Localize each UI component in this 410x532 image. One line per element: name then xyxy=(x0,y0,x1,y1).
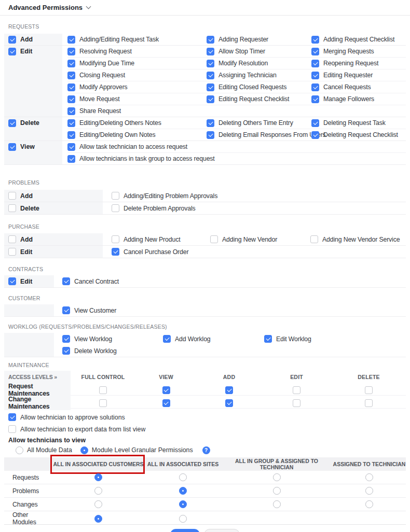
checkbox[interactable] xyxy=(67,107,75,115)
checkbox[interactable] xyxy=(67,48,75,55)
checkbox[interactable] xyxy=(207,119,214,127)
permission-item[interactable]: Editing/Deleting Own Notes xyxy=(67,129,207,141)
permission-item[interactable]: Merging Requests xyxy=(311,46,406,57)
permission-item[interactable]: Adding Requester xyxy=(207,34,311,45)
chevron-down-icon[interactable] xyxy=(86,4,91,9)
checkbox[interactable] xyxy=(311,36,319,44)
radio-button[interactable] xyxy=(179,473,187,481)
checkbox[interactable] xyxy=(62,335,70,343)
checkbox[interactable] xyxy=(67,143,75,151)
checkbox[interactable] xyxy=(8,248,16,256)
checkbox[interactable] xyxy=(311,60,319,67)
checkbox[interactable] xyxy=(311,48,319,55)
permission-item[interactable]: Delete Problem Approvals xyxy=(112,202,406,214)
permission-item[interactable]: Adding Request Checklist xyxy=(311,34,406,45)
checkbox[interactable] xyxy=(62,347,70,355)
checkbox[interactable] xyxy=(8,119,16,127)
permission-item[interactable]: Assigning Technician xyxy=(207,69,311,81)
checkbox[interactable] xyxy=(8,48,16,55)
permission-item[interactable]: Adding/Editing Request Task xyxy=(67,34,207,45)
permission-item[interactable]: Manage Followers xyxy=(311,93,406,105)
permission-item[interactable]: Move Request xyxy=(67,93,207,105)
radio-button[interactable] xyxy=(179,487,187,495)
checkbox[interactable] xyxy=(112,204,119,212)
checkbox[interactable] xyxy=(293,399,300,407)
permission-item[interactable]: Deleting Email Responses From Users xyxy=(207,129,311,141)
cancel-button[interactable]: Cancel xyxy=(204,529,240,532)
permission-item[interactable]: Cancel Requests xyxy=(311,81,406,93)
radio-module-level-granular[interactable]: Module Level Granular Permissions xyxy=(80,446,193,454)
permission-item[interactable]: Editing/Deleting Others Notes xyxy=(67,117,207,129)
radio-button[interactable] xyxy=(365,487,373,495)
checkbox[interactable] xyxy=(67,60,75,67)
permission-item[interactable]: Editing Request Checklist xyxy=(207,93,311,105)
radio-button[interactable] xyxy=(16,446,23,454)
radio-button[interactable] xyxy=(179,515,187,523)
checkbox[interactable] xyxy=(311,119,319,127)
checkbox[interactable] xyxy=(67,119,75,127)
permission-item[interactable]: Adding New Product xyxy=(112,233,210,245)
permission-item[interactable]: Deleting Others Time Entry xyxy=(207,117,311,129)
checkbox[interactable] xyxy=(8,204,16,212)
permission-item[interactable]: Cancel Purchase Order xyxy=(112,246,406,258)
checkbox[interactable] xyxy=(112,235,119,243)
permission-item[interactable]: Resolving Request xyxy=(67,46,207,57)
checkbox[interactable] xyxy=(207,83,214,91)
checkbox[interactable] xyxy=(8,143,16,151)
permission-item[interactable]: Deleting Request Checklist xyxy=(311,129,406,141)
permission-item[interactable]: Edit Worklog xyxy=(264,333,406,345)
checkbox[interactable] xyxy=(207,95,214,103)
checkbox[interactable] xyxy=(225,399,233,407)
checkbox[interactable] xyxy=(8,235,16,243)
radio-button[interactable] xyxy=(94,515,102,523)
permission-item[interactable]: Deleting Request Task xyxy=(311,117,406,129)
checkbox[interactable] xyxy=(112,192,119,200)
checkbox[interactable] xyxy=(163,335,171,343)
checkbox[interactable] xyxy=(67,83,75,91)
checkbox[interactable] xyxy=(67,95,75,103)
permission-item[interactable]: View Customer xyxy=(62,304,406,316)
checkbox[interactable] xyxy=(225,386,233,394)
radio-button[interactable] xyxy=(365,473,373,481)
radio-button[interactable] xyxy=(273,500,281,508)
permission-item[interactable]: View Worklog xyxy=(62,333,163,345)
radio-button[interactable] xyxy=(179,500,187,508)
help-icon[interactable] xyxy=(202,446,210,454)
checkbox[interactable] xyxy=(67,155,75,163)
checkbox[interactable] xyxy=(8,413,16,421)
radio-button[interactable] xyxy=(94,500,102,508)
permission-item[interactable]: Modify Resolution xyxy=(207,58,311,69)
permission-item[interactable]: Adding New Vendor xyxy=(210,233,310,245)
checkbox[interactable] xyxy=(162,399,170,407)
checkbox[interactable] xyxy=(311,95,319,103)
radio-button[interactable] xyxy=(94,473,102,481)
option-approve-solutions[interactable]: Allow technician to approve solutions xyxy=(8,412,406,423)
radio-button[interactable] xyxy=(94,487,102,495)
permission-item[interactable]: Cancel Contract xyxy=(62,275,406,287)
checkbox[interactable] xyxy=(162,386,170,394)
checkbox[interactable] xyxy=(112,248,119,256)
permission-item[interactable]: Modifying Due Time xyxy=(67,58,207,69)
permission-item[interactable]: Modify Approvers xyxy=(67,81,207,93)
checkbox[interactable] xyxy=(210,235,218,243)
checkbox[interactable] xyxy=(99,399,107,407)
checkbox[interactable] xyxy=(8,36,16,44)
permission-item[interactable]: Share Request xyxy=(67,105,207,117)
checkbox[interactable] xyxy=(67,72,75,79)
checkbox[interactable] xyxy=(207,72,214,79)
permission-item[interactable]: Allow technicians in task group to acces… xyxy=(67,153,406,164)
permission-item[interactable]: Delete Worklog xyxy=(62,345,163,357)
checkbox[interactable] xyxy=(207,131,214,139)
checkbox[interactable] xyxy=(62,306,70,314)
checkbox[interactable] xyxy=(293,386,300,394)
checkbox[interactable] xyxy=(310,235,318,243)
checkbox[interactable] xyxy=(365,399,373,407)
permission-item[interactable]: Allow task technician to access request xyxy=(67,141,406,152)
checkbox[interactable] xyxy=(311,131,319,139)
permission-item[interactable]: Adding New Vendor Service xyxy=(310,233,406,245)
checkbox[interactable] xyxy=(62,277,70,285)
checkbox[interactable] xyxy=(8,425,16,433)
checkbox[interactable] xyxy=(365,386,373,394)
save-button[interactable]: Save xyxy=(170,529,200,532)
checkbox[interactable] xyxy=(8,192,16,200)
